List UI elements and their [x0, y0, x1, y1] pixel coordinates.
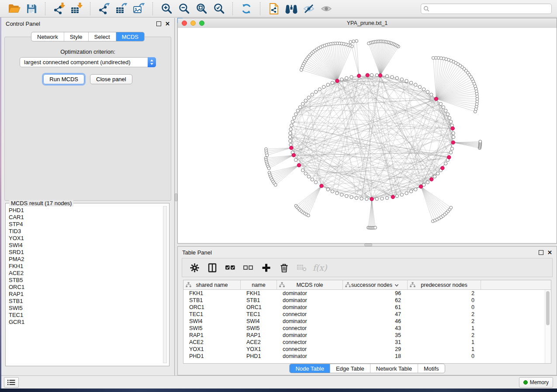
cell-MCDS-role: dominator [277, 304, 343, 311]
mcds-result-item[interactable]: STB1 [9, 298, 163, 305]
network-window-title: YPA_prune.txt_1 [178, 20, 557, 26]
tab-node-table[interactable]: Node Table [290, 364, 330, 373]
table-row-FKH1[interactable]: FKH1FKH1dominator962 [183, 290, 551, 297]
criterion-select[interactable]: largest connected component (undirected) [20, 57, 156, 67]
mcds-result-item[interactable]: TEC1 [9, 312, 163, 319]
export-network-icon[interactable] [97, 2, 111, 15]
control-panel-header: Control Panel ✕ [1, 18, 174, 29]
mcds-result-item[interactable]: FKH1 [9, 263, 163, 270]
column-header-predecessor-nodes[interactable]: predecessor nodes [408, 280, 481, 289]
control-panel: Control Panel ✕ NetworkStyleSelectMCDS O… [1, 18, 175, 375]
tree-icon [345, 282, 351, 289]
tab-select[interactable]: Select [88, 32, 116, 41]
tab-edge-table[interactable]: Edge Table [330, 364, 370, 373]
export-table-icon[interactable] [115, 2, 128, 15]
table-scrollbar[interactable] [545, 290, 551, 363]
mcds-result-scrollbar[interactable] [163, 206, 167, 363]
table-row-YOX1[interactable]: YOX1YOX1connector291 [183, 346, 551, 353]
mcds-result-item[interactable]: TID3 [9, 228, 163, 235]
optimization-criterion-label: Optimization criterion: [5, 48, 171, 55]
export-image-icon[interactable] [132, 2, 145, 15]
column-header-name[interactable]: name [241, 280, 277, 289]
zoom-selected-icon[interactable] [212, 2, 225, 15]
table-panel: Table Panel ✕ f(x) shared namenameMCDS r… [177, 246, 557, 375]
run-mcds-button[interactable]: Run MCDS [43, 74, 84, 84]
table-row-SWI5[interactable]: SWI5SWI5connector431 [183, 325, 551, 332]
tab-motifs[interactable]: Motifs [418, 364, 445, 373]
table-row-TEC1[interactable]: TEC1TEC1connector472 [183, 311, 551, 318]
table-row-RAP1[interactable]: RAP1RAP1dominator352 [183, 332, 551, 339]
columns-icon[interactable] [207, 262, 218, 273]
mcds-result-item[interactable]: PHD1 [9, 207, 163, 214]
import-table-icon[interactable] [70, 2, 83, 15]
close-panel-icon[interactable]: ✕ [165, 22, 170, 26]
float-table-panel-icon[interactable] [539, 250, 543, 255]
task-history-button[interactable] [4, 377, 19, 388]
cell-predecessor-nodes: 0 [408, 297, 481, 304]
show-graphics-details-icon[interactable] [320, 2, 333, 15]
mcds-result-item[interactable]: STB5 [9, 277, 163, 284]
float-panel-icon[interactable] [156, 21, 161, 26]
search-box[interactable] [421, 3, 552, 14]
mcds-result-item[interactable]: PMA2 [9, 256, 163, 263]
tab-network[interactable]: Network [31, 32, 64, 41]
memory-button[interactable]: Memory [519, 377, 553, 388]
tab-mcds[interactable]: MCDS [116, 32, 144, 41]
save-session-icon[interactable] [25, 2, 38, 15]
mcds-result-item[interactable]: ACE2 [9, 270, 163, 277]
import-network-icon[interactable] [52, 2, 66, 15]
network-from-clipboard-icon[interactable] [267, 2, 280, 15]
network-titlebar[interactable]: YPA_prune.txt_1 [178, 18, 557, 28]
cell-MCDS-role: connector [277, 346, 343, 353]
unselect-all-icon[interactable] [243, 262, 253, 273]
cell-shared-name: TEC1 [183, 311, 241, 318]
tab-network-table[interactable]: Network Table [370, 364, 418, 373]
mcds-result-item[interactable]: RAP1 [9, 291, 163, 298]
mcds-result-item[interactable]: SWI4 [9, 242, 163, 249]
zoom-fit-icon[interactable] [195, 2, 208, 15]
search-binoculars-icon[interactable] [285, 2, 298, 15]
tab-style[interactable]: Style [64, 32, 88, 41]
table-row-ACE2[interactable]: ACE2ACE2connector311 [183, 339, 551, 346]
delete-row-icon[interactable] [279, 262, 289, 273]
column-header-MCDS-role[interactable]: MCDS role [277, 280, 343, 289]
column-header-shared-name[interactable]: shared name [183, 280, 241, 289]
mcds-result-item[interactable]: CAR1 [9, 214, 163, 221]
zoom-out-icon[interactable] [177, 2, 190, 15]
memory-status-icon [523, 380, 528, 385]
open-file-icon[interactable] [7, 2, 21, 15]
mcds-result-item[interactable]: GCR1 [9, 319, 163, 326]
desktop-wallpaper-left [0, 17, 1, 389]
select-stepper-icon [148, 57, 156, 67]
column-header-successor-nodes[interactable]: successor nodes [343, 280, 408, 289]
table-row-PHD1[interactable]: PHD1PHD1dominator180 [183, 353, 551, 360]
cell-predecessor-nodes: 1 [408, 346, 481, 353]
add-row-icon[interactable] [261, 262, 271, 273]
cell-name: SWI5 [241, 325, 277, 332]
settings-gear-icon[interactable] [189, 262, 200, 273]
mcds-result-item[interactable]: STP4 [9, 221, 163, 228]
close-table-panel-icon[interactable]: ✕ [547, 251, 552, 254]
table-row-STB1[interactable]: STB1STB1dominator620 [183, 297, 551, 304]
hide-graphics-details-icon[interactable] [302, 2, 315, 15]
refresh-view-icon[interactable] [240, 2, 253, 15]
network-canvas[interactable] [178, 28, 557, 243]
cell-MCDS-role: dominator [277, 297, 343, 304]
tree-icon [186, 282, 191, 289]
mcds-result-item[interactable]: ORC1 [9, 284, 163, 291]
cell-predecessor-nodes: 2 [408, 318, 481, 325]
mcds-result-item[interactable]: SRD1 [9, 249, 163, 256]
table-row-ORC1[interactable]: ORC1ORC1dominator610 [183, 304, 551, 311]
column-label: shared name [196, 282, 228, 288]
network-graph[interactable] [178, 28, 557, 243]
select-all-icon[interactable] [225, 262, 235, 273]
mcds-result-item[interactable]: YOX1 [9, 235, 163, 242]
toolbar-separator [90, 2, 90, 15]
mcds-result-list[interactable]: PHD1CAR1STP4TID3YOX1SWI4SRD1PMA2FKH1ACE2… [9, 207, 163, 363]
table-scrollbar-thumb[interactable] [546, 291, 550, 325]
table-row-SWI4[interactable]: SWI4SWI4dominator462 [183, 318, 551, 325]
search-input[interactable] [429, 5, 549, 12]
mcds-result-item[interactable]: SWI5 [9, 305, 163, 312]
close-panel-button[interactable]: Close panel [90, 74, 132, 84]
zoom-in-icon[interactable] [160, 2, 173, 15]
